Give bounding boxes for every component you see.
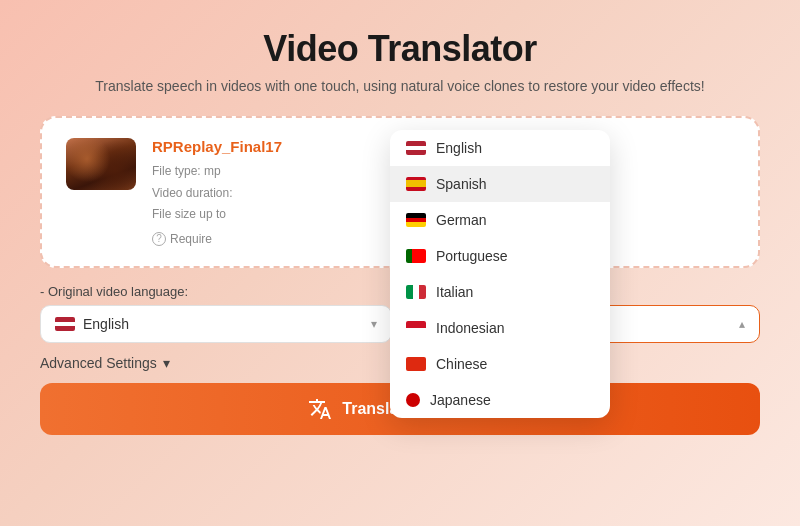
dropdown-item-spanish[interactable]: Spanish [390, 166, 610, 202]
dropdown-item-english[interactable]: English [390, 130, 610, 166]
dropdown-label-japanese: Japanese [430, 392, 491, 408]
dropdown-item-chinese[interactable]: Chinese [390, 346, 610, 382]
dropdown-label-italian: Italian [436, 284, 473, 300]
translate-icon [308, 397, 332, 421]
dropdown-label-spanish: Spanish [436, 176, 487, 192]
chevron-down-icon: ▾ [371, 317, 377, 331]
dropdown-label-german: German [436, 212, 487, 228]
dropdown-label-english: English [436, 140, 482, 156]
thumbnail-image [66, 138, 136, 190]
dropdown-label-indonesian: Indonesian [436, 320, 505, 336]
page-title: Video Translator [263, 28, 536, 70]
source-lang-label: - Original video language: [40, 284, 392, 299]
advanced-chevron-icon: ▾ [163, 355, 170, 371]
info-icon: ? [152, 232, 166, 246]
language-dropdown[interactable]: English Spanish German Portuguese Italia… [390, 130, 610, 418]
dropdown-item-indonesian[interactable]: Indonesian [390, 310, 610, 346]
flag-us-icon [55, 317, 75, 331]
dropdown-item-portuguese[interactable]: Portuguese [390, 238, 610, 274]
flag-japanese-icon [406, 393, 420, 407]
source-language-group: - Original video language: English ▾ [40, 284, 392, 343]
flag-portuguese-icon [406, 249, 426, 263]
flag-indonesian-icon [406, 321, 426, 335]
page-subtitle: Translate speech in videos with one touc… [95, 78, 704, 94]
dropdown-item-german[interactable]: German [390, 202, 610, 238]
flag-english-icon [406, 141, 426, 155]
dropdown-label-portuguese: Portuguese [436, 248, 508, 264]
flag-italian-icon [406, 285, 426, 299]
flag-spanish-icon [406, 177, 426, 191]
source-language-select[interactable]: English ▾ [40, 305, 392, 343]
source-lang-value: English [83, 316, 129, 332]
video-thumbnail [66, 138, 136, 190]
dropdown-item-japanese[interactable]: Japanese [390, 382, 610, 418]
dropdown-item-italian[interactable]: Italian [390, 274, 610, 310]
dropdown-label-chinese: Chinese [436, 356, 487, 372]
source-lang-left: English [55, 316, 129, 332]
advanced-settings-label: Advanced Settings [40, 355, 157, 371]
flag-german-icon [406, 213, 426, 227]
flag-chinese-icon [406, 357, 426, 371]
chevron-up-icon: ▴ [739, 317, 745, 331]
